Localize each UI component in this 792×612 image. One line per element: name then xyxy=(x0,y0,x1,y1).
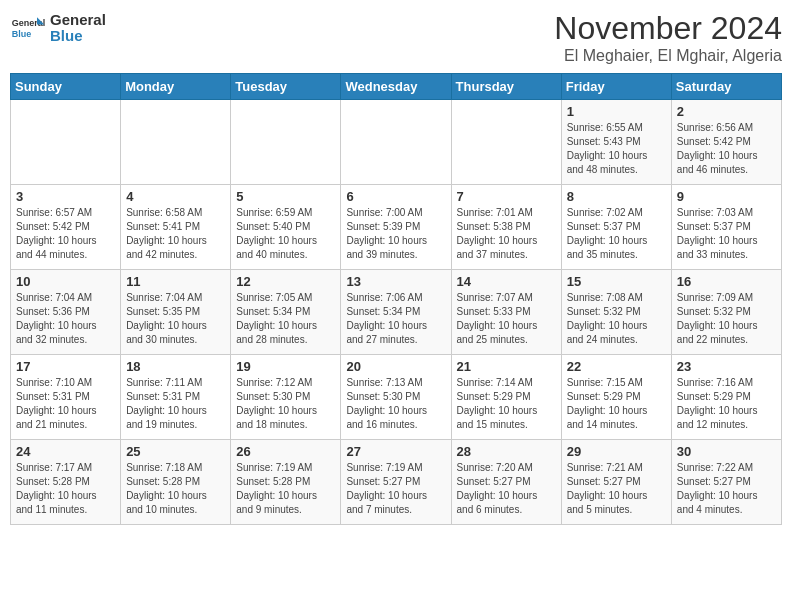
logo: General Blue General Blue xyxy=(10,10,106,46)
calendar-cell: 7Sunrise: 7:01 AM Sunset: 5:38 PM Daylig… xyxy=(451,185,561,270)
weekday-header-saturday: Saturday xyxy=(671,74,781,100)
day-number: 23 xyxy=(677,359,776,374)
day-number: 20 xyxy=(346,359,445,374)
calendar-cell xyxy=(451,100,561,185)
day-number: 27 xyxy=(346,444,445,459)
day-info: Sunrise: 6:55 AM Sunset: 5:43 PM Dayligh… xyxy=(567,121,666,177)
day-number: 25 xyxy=(126,444,225,459)
title-area: November 2024 El Meghaier, El Mghair, Al… xyxy=(554,10,782,65)
day-number: 28 xyxy=(457,444,556,459)
day-info: Sunrise: 7:16 AM Sunset: 5:29 PM Dayligh… xyxy=(677,376,776,432)
day-info: Sunrise: 7:15 AM Sunset: 5:29 PM Dayligh… xyxy=(567,376,666,432)
day-number: 13 xyxy=(346,274,445,289)
day-info: Sunrise: 7:04 AM Sunset: 5:36 PM Dayligh… xyxy=(16,291,115,347)
logo-general-text: General xyxy=(50,12,106,29)
day-info: Sunrise: 7:00 AM Sunset: 5:39 PM Dayligh… xyxy=(346,206,445,262)
day-info: Sunrise: 7:19 AM Sunset: 5:28 PM Dayligh… xyxy=(236,461,335,517)
weekday-header-tuesday: Tuesday xyxy=(231,74,341,100)
calendar-cell xyxy=(231,100,341,185)
day-number: 29 xyxy=(567,444,666,459)
calendar-cell: 28Sunrise: 7:20 AM Sunset: 5:27 PM Dayli… xyxy=(451,440,561,525)
weekday-header-monday: Monday xyxy=(121,74,231,100)
day-info: Sunrise: 7:07 AM Sunset: 5:33 PM Dayligh… xyxy=(457,291,556,347)
calendar-header: SundayMondayTuesdayWednesdayThursdayFrid… xyxy=(11,74,782,100)
day-number: 3 xyxy=(16,189,115,204)
weekday-header-row: SundayMondayTuesdayWednesdayThursdayFrid… xyxy=(11,74,782,100)
day-number: 9 xyxy=(677,189,776,204)
day-number: 15 xyxy=(567,274,666,289)
day-number: 6 xyxy=(346,189,445,204)
calendar-cell: 25Sunrise: 7:18 AM Sunset: 5:28 PM Dayli… xyxy=(121,440,231,525)
calendar-cell: 30Sunrise: 7:22 AM Sunset: 5:27 PM Dayli… xyxy=(671,440,781,525)
calendar-body: 1Sunrise: 6:55 AM Sunset: 5:43 PM Daylig… xyxy=(11,100,782,525)
calendar-cell: 17Sunrise: 7:10 AM Sunset: 5:31 PM Dayli… xyxy=(11,355,121,440)
day-info: Sunrise: 7:08 AM Sunset: 5:32 PM Dayligh… xyxy=(567,291,666,347)
weekday-header-wednesday: Wednesday xyxy=(341,74,451,100)
calendar-cell: 19Sunrise: 7:12 AM Sunset: 5:30 PM Dayli… xyxy=(231,355,341,440)
day-number: 2 xyxy=(677,104,776,119)
day-info: Sunrise: 7:20 AM Sunset: 5:27 PM Dayligh… xyxy=(457,461,556,517)
calendar-cell xyxy=(341,100,451,185)
month-title: November 2024 xyxy=(554,10,782,47)
day-info: Sunrise: 6:59 AM Sunset: 5:40 PM Dayligh… xyxy=(236,206,335,262)
calendar-cell: 20Sunrise: 7:13 AM Sunset: 5:30 PM Dayli… xyxy=(341,355,451,440)
calendar-cell: 1Sunrise: 6:55 AM Sunset: 5:43 PM Daylig… xyxy=(561,100,671,185)
calendar-cell: 4Sunrise: 6:58 AM Sunset: 5:41 PM Daylig… xyxy=(121,185,231,270)
day-info: Sunrise: 7:17 AM Sunset: 5:28 PM Dayligh… xyxy=(16,461,115,517)
day-info: Sunrise: 7:02 AM Sunset: 5:37 PM Dayligh… xyxy=(567,206,666,262)
weekday-header-friday: Friday xyxy=(561,74,671,100)
day-info: Sunrise: 7:14 AM Sunset: 5:29 PM Dayligh… xyxy=(457,376,556,432)
day-info: Sunrise: 6:56 AM Sunset: 5:42 PM Dayligh… xyxy=(677,121,776,177)
day-info: Sunrise: 7:22 AM Sunset: 5:27 PM Dayligh… xyxy=(677,461,776,517)
location-title: El Meghaier, El Mghair, Algeria xyxy=(554,47,782,65)
calendar-cell: 8Sunrise: 7:02 AM Sunset: 5:37 PM Daylig… xyxy=(561,185,671,270)
calendar-week-1: 1Sunrise: 6:55 AM Sunset: 5:43 PM Daylig… xyxy=(11,100,782,185)
day-number: 10 xyxy=(16,274,115,289)
day-number: 19 xyxy=(236,359,335,374)
day-info: Sunrise: 7:21 AM Sunset: 5:27 PM Dayligh… xyxy=(567,461,666,517)
calendar-cell: 29Sunrise: 7:21 AM Sunset: 5:27 PM Dayli… xyxy=(561,440,671,525)
calendar-cell xyxy=(121,100,231,185)
calendar-cell: 9Sunrise: 7:03 AM Sunset: 5:37 PM Daylig… xyxy=(671,185,781,270)
day-info: Sunrise: 7:19 AM Sunset: 5:27 PM Dayligh… xyxy=(346,461,445,517)
weekday-header-thursday: Thursday xyxy=(451,74,561,100)
day-info: Sunrise: 6:58 AM Sunset: 5:41 PM Dayligh… xyxy=(126,206,225,262)
calendar-cell: 26Sunrise: 7:19 AM Sunset: 5:28 PM Dayli… xyxy=(231,440,341,525)
day-info: Sunrise: 7:10 AM Sunset: 5:31 PM Dayligh… xyxy=(16,376,115,432)
calendar-cell: 27Sunrise: 7:19 AM Sunset: 5:27 PM Dayli… xyxy=(341,440,451,525)
calendar-week-2: 3Sunrise: 6:57 AM Sunset: 5:42 PM Daylig… xyxy=(11,185,782,270)
calendar-cell: 23Sunrise: 7:16 AM Sunset: 5:29 PM Dayli… xyxy=(671,355,781,440)
day-number: 4 xyxy=(126,189,225,204)
day-number: 26 xyxy=(236,444,335,459)
day-number: 11 xyxy=(126,274,225,289)
day-number: 24 xyxy=(16,444,115,459)
page-header: General Blue General Blue November 2024 … xyxy=(10,10,782,65)
day-number: 18 xyxy=(126,359,225,374)
day-number: 8 xyxy=(567,189,666,204)
day-number: 30 xyxy=(677,444,776,459)
day-info: Sunrise: 7:01 AM Sunset: 5:38 PM Dayligh… xyxy=(457,206,556,262)
calendar-week-5: 24Sunrise: 7:17 AM Sunset: 5:28 PM Dayli… xyxy=(11,440,782,525)
calendar-cell: 15Sunrise: 7:08 AM Sunset: 5:32 PM Dayli… xyxy=(561,270,671,355)
calendar-cell: 10Sunrise: 7:04 AM Sunset: 5:36 PM Dayli… xyxy=(11,270,121,355)
calendar-table: SundayMondayTuesdayWednesdayThursdayFrid… xyxy=(10,73,782,525)
day-info: Sunrise: 7:18 AM Sunset: 5:28 PM Dayligh… xyxy=(126,461,225,517)
calendar-week-3: 10Sunrise: 7:04 AM Sunset: 5:36 PM Dayli… xyxy=(11,270,782,355)
calendar-cell: 5Sunrise: 6:59 AM Sunset: 5:40 PM Daylig… xyxy=(231,185,341,270)
logo-icon: General Blue xyxy=(10,10,46,46)
weekday-header-sunday: Sunday xyxy=(11,74,121,100)
calendar-cell: 21Sunrise: 7:14 AM Sunset: 5:29 PM Dayli… xyxy=(451,355,561,440)
calendar-cell: 18Sunrise: 7:11 AM Sunset: 5:31 PM Dayli… xyxy=(121,355,231,440)
calendar-cell: 11Sunrise: 7:04 AM Sunset: 5:35 PM Dayli… xyxy=(121,270,231,355)
day-number: 17 xyxy=(16,359,115,374)
calendar-cell: 14Sunrise: 7:07 AM Sunset: 5:33 PM Dayli… xyxy=(451,270,561,355)
calendar-cell: 3Sunrise: 6:57 AM Sunset: 5:42 PM Daylig… xyxy=(11,185,121,270)
calendar-cell: 22Sunrise: 7:15 AM Sunset: 5:29 PM Dayli… xyxy=(561,355,671,440)
day-number: 5 xyxy=(236,189,335,204)
day-number: 7 xyxy=(457,189,556,204)
day-number: 1 xyxy=(567,104,666,119)
day-info: Sunrise: 7:05 AM Sunset: 5:34 PM Dayligh… xyxy=(236,291,335,347)
calendar-week-4: 17Sunrise: 7:10 AM Sunset: 5:31 PM Dayli… xyxy=(11,355,782,440)
day-info: Sunrise: 7:13 AM Sunset: 5:30 PM Dayligh… xyxy=(346,376,445,432)
svg-text:Blue: Blue xyxy=(12,29,32,39)
